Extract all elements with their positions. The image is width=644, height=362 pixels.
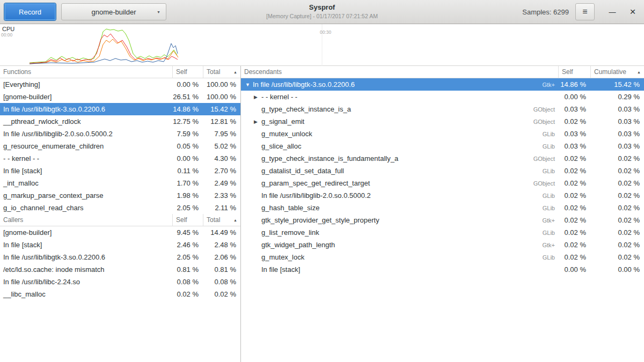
cpu-graph[interactable]: CPU 00:00 00:30 <box>0 24 644 66</box>
column-header-cumulative[interactable]: Cumulative ▲ <box>590 66 644 78</box>
self-percent: 0.02 % <box>558 179 590 187</box>
total-percent: 2.49 % <box>203 179 240 187</box>
descendant-name-cell: g_slice_alloc <box>241 142 543 150</box>
self-percent: 2.05 % <box>172 204 203 212</box>
descendants-table-header: Descendants Self Cumulative ▲ <box>241 66 644 78</box>
table-row[interactable]: _int_malloc1.70 %2.49 % <box>0 177 240 189</box>
table-row[interactable]: g_datalist_id_set_data_fullGLib0.02 %0.0… <box>241 165 644 177</box>
self-percent: 1.70 % <box>172 179 203 187</box>
table-row[interactable]: g_resource_enumerate_children0.05 %5.02 … <box>0 140 240 152</box>
column-header-descendants[interactable]: Descendants <box>241 66 558 78</box>
cumulative-percent: 0.02 % <box>590 216 644 224</box>
descendant-name-cell: gtk_style_provider_get_style_property <box>241 216 542 224</box>
table-row[interactable]: [Everything]0.00 %100.00 % <box>0 78 240 91</box>
expander-open-icon[interactable]: ▼ <box>244 82 253 87</box>
table-row[interactable]: /etc/ld.so.cache: inode mismatch0.81 %0.… <box>0 263 240 276</box>
self-percent: 0.02 % <box>558 154 590 162</box>
table-row[interactable]: [gnome-builder]9.45 %14.49 % <box>0 226 240 239</box>
menu-button[interactable]: ≡ <box>575 3 595 20</box>
function-name: In file /usr/lib/libglib-2.0.so.0.5000.2 <box>261 191 371 200</box>
table-row[interactable]: __libc_malloc0.02 %0.02 % <box>0 288 240 300</box>
chevron-down-icon: ▼ <box>157 10 160 14</box>
table-row[interactable]: gtk_style_provider_get_style_propertyGtk… <box>241 214 644 226</box>
self-percent: 0.02 % <box>558 191 590 200</box>
descendant-name-cell: g_type_check_instance_is_fundamentally_a <box>241 154 533 162</box>
table-row[interactable]: - - kernel - -0.00 %4.30 % <box>0 152 240 165</box>
sysprof-window: Record gnome-builder ▼ Sysprof [Memory C… <box>0 0 644 362</box>
table-row[interactable]: In file /usr/lib/libglib-2.0.so.0.5000.2… <box>241 189 644 202</box>
table-row[interactable]: g_list_remove_linkGLib0.02 %0.02 % <box>241 226 644 239</box>
library-category-label: GLib <box>543 205 558 211</box>
total-percent: 14.49 % <box>203 228 240 237</box>
function-name: [gnome-builder] <box>0 93 172 101</box>
table-row[interactable]: g_type_check_instance_is_fundamentally_a… <box>241 152 644 165</box>
record-button[interactable]: Record <box>4 3 56 20</box>
column-header-self[interactable]: Self <box>558 66 590 78</box>
table-row[interactable]: In file /usr/lib/libgtk-3.so.0.2200.62.0… <box>0 251 240 263</box>
expander-closed-icon[interactable]: ▶ <box>253 119 261 124</box>
table-row[interactable]: __pthread_rwlock_rdlock12.75 %12.81 % <box>0 115 240 128</box>
total-percent: 100.00 % <box>203 80 240 88</box>
total-percent: 0.08 % <box>203 278 240 286</box>
cumulative-percent: 0.03 % <box>590 130 644 138</box>
functions-table: [Everything]0.00 %100.00 %[gnome-builder… <box>0 78 240 214</box>
table-row[interactable]: g_type_check_instance_is_aGObject0.03 %0… <box>241 103 644 115</box>
library-category-label: GLib <box>543 230 558 236</box>
right-pane: Descendants Self Cumulative ▲ ▼In file /… <box>241 66 644 362</box>
total-percent: 7.95 % <box>203 130 240 138</box>
self-percent: 0.02 % <box>558 204 590 212</box>
total-percent: 15.42 % <box>203 105 240 113</box>
self-percent: 9.45 % <box>172 228 203 237</box>
table-row[interactable]: g_io_channel_read_chars2.05 %2.11 % <box>0 202 240 214</box>
table-row[interactable]: In file /usr/lib/libglib-2.0.so.0.5000.2… <box>0 128 240 140</box>
cumulative-percent: 15.42 % <box>590 80 644 88</box>
expander-closed-icon[interactable]: ▶ <box>253 94 261 100</box>
column-header-self[interactable]: Self <box>172 214 203 226</box>
table-row[interactable]: ▶- - kernel - -0.00 %0.29 % <box>241 91 644 103</box>
table-row[interactable]: In file [stack]2.46 %2.48 % <box>0 239 240 251</box>
descendant-name-cell: In file /usr/lib/libglib-2.0.so.0.5000.2 <box>241 191 543 200</box>
function-name: _int_malloc <box>0 179 172 187</box>
function-name: g_signal_emit <box>261 117 304 125</box>
table-row[interactable]: In file [stack]0.00 %0.00 % <box>241 263 644 276</box>
self-percent: 1.98 % <box>172 191 203 200</box>
column-header-self[interactable]: Self <box>172 66 203 78</box>
table-row[interactable]: In file /usr/lib/libgtk-3.so.0.2200.614.… <box>0 103 240 115</box>
table-row[interactable]: g_mutex_lockGLib0.02 %0.02 % <box>241 251 644 263</box>
total-percent: 0.81 % <box>203 265 240 274</box>
minimize-icon: — <box>609 8 616 16</box>
descendant-name-cell: ▶- - kernel - - <box>241 93 555 101</box>
table-row[interactable]: In file [stack]0.11 %2.70 % <box>0 165 240 177</box>
table-row[interactable]: g_mutex_unlockGLib0.03 %0.03 % <box>241 128 644 140</box>
table-row[interactable]: g_param_spec_get_redirect_targetGObject0… <box>241 177 644 189</box>
descendant-name-cell: g_type_check_instance_is_a <box>241 105 533 113</box>
cumulative-percent: 0.03 % <box>590 142 644 150</box>
column-header-callers[interactable]: Callers <box>0 214 172 226</box>
table-row[interactable]: g_hash_table_sizeGLib0.02 %0.02 % <box>241 202 644 214</box>
close-icon: × <box>630 6 635 17</box>
table-row[interactable]: In file /usr/lib/libc-2.24.so0.08 %0.08 … <box>0 276 240 288</box>
total-percent: 2.33 % <box>203 191 240 200</box>
minimize-button[interactable]: — <box>604 3 620 20</box>
samples-count: Samples: 6299 <box>522 0 569 24</box>
function-name: gtk_style_provider_get_style_property <box>261 216 379 224</box>
cumulative-percent: 0.02 % <box>590 179 644 187</box>
table-row[interactable]: ▶g_signal_emitGObject0.02 %0.03 % <box>241 115 644 128</box>
column-header-total[interactable]: Total ▲ <box>203 214 240 226</box>
self-percent: 0.03 % <box>558 105 590 113</box>
table-row[interactable]: ▼In file /usr/lib/libgtk-3.so.0.2200.6Gt… <box>241 78 644 91</box>
process-selector-dropdown[interactable]: gnome-builder ▼ <box>61 3 166 20</box>
table-row[interactable]: g_markup_parse_context_parse1.98 %2.33 % <box>0 189 240 202</box>
table-row[interactable]: [gnome-builder]26.51 %100.00 % <box>0 91 240 103</box>
function-name: In file /usr/lib/libc-2.24.so <box>0 278 172 286</box>
total-percent: 4.30 % <box>203 154 240 162</box>
function-name: In file [stack] <box>0 241 172 249</box>
column-header-functions[interactable]: Functions <box>0 66 172 78</box>
total-percent: 2.11 % <box>203 204 240 212</box>
library-category-label: GObject <box>533 106 558 113</box>
self-percent: 14.86 % <box>558 80 590 88</box>
table-row[interactable]: gtk_widget_path_lengthGtk+0.02 %0.02 % <box>241 239 644 251</box>
close-button[interactable]: × <box>625 3 641 20</box>
column-header-total[interactable]: Total ▲ <box>203 66 240 78</box>
table-row[interactable]: g_slice_allocGLib0.03 %0.03 % <box>241 140 644 152</box>
